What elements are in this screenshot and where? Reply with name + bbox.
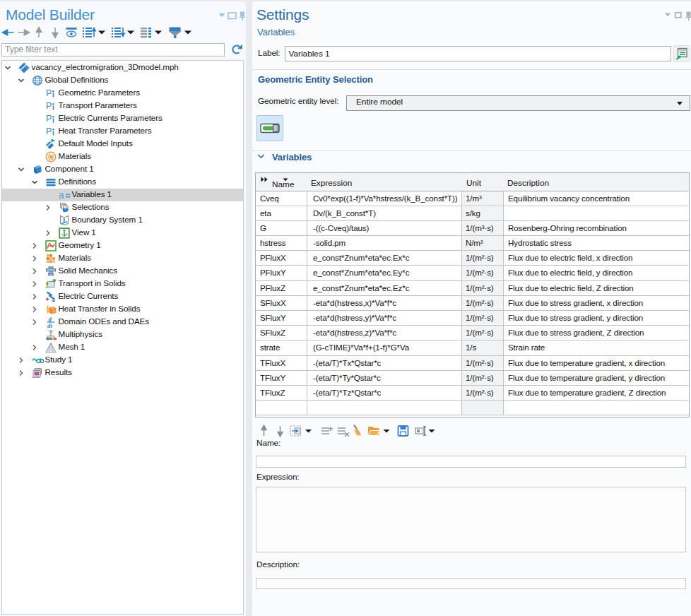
svg-text:P: P [46, 114, 52, 124]
svg-text:P: P [46, 126, 52, 136]
svg-text:a: a [59, 189, 64, 201]
svg-text:dt: dt [47, 321, 52, 328]
svg-text:P: P [46, 101, 52, 111]
svg-text:P: P [46, 88, 52, 98]
